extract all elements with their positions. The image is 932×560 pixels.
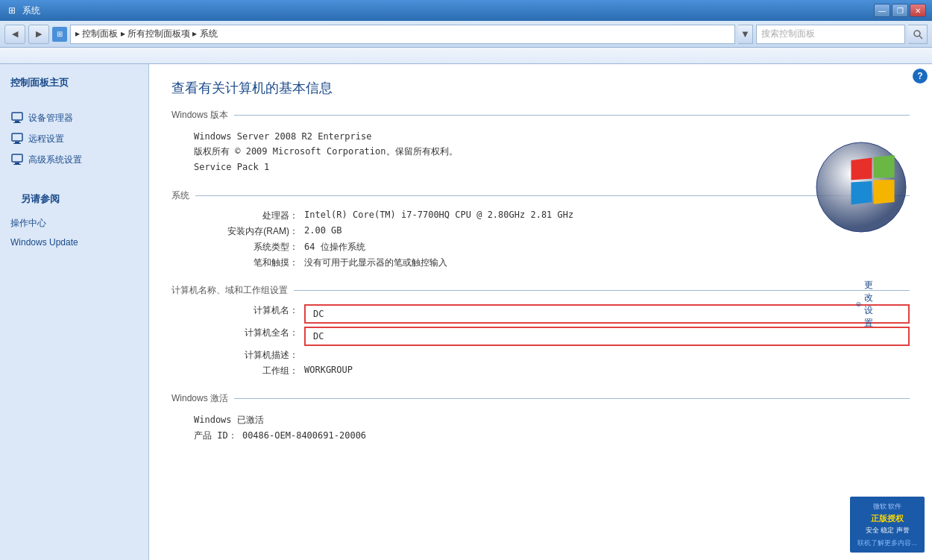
- address-input[interactable]: ▸ 控制面板 ▸ 所有控制面板项 ▸ 系统: [70, 25, 735, 44]
- activation-header: Windows 激活: [171, 392, 910, 405]
- action-center-label: 操作中心: [10, 217, 46, 230]
- device-manager-label: 设备管理器: [28, 112, 73, 125]
- computer-fullname-value: DC: [304, 327, 910, 346]
- svg-point-0: [914, 31, 920, 37]
- computer-fullname-label: 计算机全名：: [194, 327, 298, 346]
- service-pack: Service Pack 1: [194, 160, 910, 174]
- back-button[interactable]: ◀: [4, 25, 25, 44]
- page-title: 查看有关计算机的基本信息: [171, 79, 910, 97]
- copyright-text: 版权所有 © 2009 Microsoft Corporation。保留所有权利…: [194, 144, 910, 159]
- activated-text: Windows 已激活: [194, 412, 910, 427]
- sidebar-action-center[interactable]: 操作中心: [10, 213, 138, 233]
- windows-version-label: Windows 版本: [171, 109, 228, 122]
- workgroup-value: WORKGROUP: [304, 365, 910, 377]
- advanced-settings-label: 高级系统设置: [28, 154, 82, 166]
- workgroup-label: 工作组：: [194, 365, 298, 377]
- ram-label: 安装内存(RAM)：: [194, 225, 298, 238]
- svg-rect-7: [13, 143, 21, 144]
- change-settings-icon: [856, 298, 861, 310]
- pen-touch-label: 笔和触摸：: [194, 257, 298, 269]
- windows-version-info: Windows Server 2008 R2 Enterprise 版权所有 ©…: [171, 129, 910, 174]
- section-divider-computer: [294, 290, 910, 291]
- search-icon: [913, 29, 923, 40]
- title-bar: ⊞ 系统 — ❐ ✕: [0, 0, 932, 21]
- sidebar-item-remote-settings[interactable]: 远程设置: [0, 128, 148, 149]
- badge-title: 正版授权: [857, 512, 917, 526]
- search-button[interactable]: [908, 25, 928, 44]
- system-label: 系统: [171, 189, 189, 202]
- badge-subtitle: 安全 稳定 声誉: [857, 525, 917, 535]
- svg-rect-6: [15, 142, 19, 143]
- computer-name-grid: 计算机名： DC 计算机全名： DC 计算机描述： 工作组： WORKGROUP: [171, 304, 910, 377]
- search-input[interactable]: 搜索控制面板: [756, 25, 905, 44]
- computer-name-label: 计算机名：: [194, 304, 298, 324]
- genuine-badge: 微软 软件 正版授权 安全 稳定 声誉 联机了解更多内容...: [850, 497, 925, 553]
- close-button[interactable]: ✕: [910, 4, 926, 17]
- system-section: 系统 处理器： Intel(R) Core(TM) i7-7700HQ CPU …: [171, 189, 910, 269]
- system-type-label: 系统类型：: [194, 241, 298, 254]
- sidebar: 控制面板主页 设备管理器 远程设置: [0, 64, 149, 560]
- product-id: 产品 ID： 00486-OEM-8400691-20006: [194, 428, 910, 443]
- system-type-value: 64 位操作系统: [304, 241, 910, 254]
- activation-section: Windows 激活 Windows 已激活 产品 ID： 00486-OEM-…: [171, 392, 910, 443]
- activation-info: Windows 已激活 产品 ID： 00486-OEM-8400691-200…: [171, 412, 910, 443]
- device-manager-icon: [10, 111, 24, 125]
- product-id-value: 00486-OEM-8400691-20006: [242, 430, 366, 441]
- activation-label: Windows 激活: [171, 392, 228, 405]
- remote-settings-label: 远程设置: [28, 133, 64, 145]
- section-divider-activation: [234, 398, 910, 399]
- address-dropdown-button[interactable]: ▼: [738, 25, 753, 44]
- forward-button[interactable]: ▶: [28, 25, 49, 44]
- svg-rect-3: [15, 121, 19, 122]
- svg-rect-10: [13, 164, 21, 165]
- windows-version-header: Windows 版本: [171, 109, 910, 122]
- computer-desc-value: [304, 349, 910, 362]
- svg-rect-4: [13, 122, 21, 123]
- svg-rect-8: [12, 154, 22, 162]
- help-button[interactable]: ?: [913, 69, 928, 84]
- processor-label: 处理器：: [194, 210, 298, 222]
- svg-rect-9: [15, 163, 19, 164]
- window-icon: ⊞: [6, 4, 18, 16]
- toolbar: [0, 48, 932, 64]
- sidebar-home-link[interactable]: 控制面板主页: [0, 76, 148, 97]
- address-bar: ◀ ▶ ⊞ ▸ 控制面板 ▸ 所有控制面板项 ▸ 系统 ▼ 搜索控制面板: [0, 21, 932, 48]
- os-name: Windows Server 2008 R2 Enterprise: [194, 129, 910, 144]
- also-see-title: 另请参阅: [10, 192, 138, 213]
- remote-settings-icon: [10, 132, 24, 145]
- svg-rect-5: [12, 133, 22, 141]
- svg-line-1: [919, 36, 922, 39]
- section-divider: [234, 115, 910, 116]
- location-icon: ⊞: [52, 27, 67, 42]
- change-settings-label: 更改设置: [864, 279, 880, 330]
- computer-name-row: 计算机名： DC 计算机全名： DC 计算机描述： 工作组： WORKGROUP: [171, 304, 910, 377]
- product-id-label: 产品 ID：: [194, 430, 237, 441]
- section-divider-system: [195, 195, 910, 196]
- sidebar-windows-update[interactable]: Windows Update: [10, 233, 138, 251]
- system-info-grid: 处理器： Intel(R) Core(TM) i7-7700HQ CPU @ 2…: [171, 210, 910, 269]
- badge-link[interactable]: 联机了解更多内容...: [857, 538, 917, 548]
- windows-logo: [813, 139, 910, 236]
- windows-version-section: Windows 版本 Windows Server 2008 R2 Enterp…: [171, 109, 910, 174]
- computer-desc-label: 计算机描述：: [194, 349, 298, 362]
- content-area: ?: [149, 64, 932, 560]
- badge-brand: 微软 软件: [857, 501, 917, 512]
- main-layout: 控制面板主页 设备管理器 远程设置: [0, 64, 932, 560]
- window-title: 系统: [22, 4, 869, 17]
- sidebar-item-advanced-settings[interactable]: 高级系统设置: [0, 149, 148, 170]
- change-settings-button[interactable]: 更改设置: [856, 279, 880, 330]
- svg-rect-2: [12, 113, 22, 120]
- sidebar-item-device-manager[interactable]: 设备管理器: [0, 107, 148, 128]
- restore-button[interactable]: ❐: [892, 4, 908, 17]
- minimize-button[interactable]: —: [874, 4, 890, 17]
- system-header: 系统: [171, 189, 910, 202]
- advanced-settings-icon: [10, 153, 24, 166]
- computer-name-value: DC: [304, 304, 910, 324]
- svg-point-13: [858, 303, 860, 305]
- pen-touch-value: 没有可用于此显示器的笔或触控输入: [304, 257, 910, 269]
- window-controls: — ❐ ✕: [874, 4, 926, 17]
- windows-update-label: Windows Update: [10, 237, 78, 248]
- computer-name-section: 计算机名称、域和工作组设置 计算机名： DC 计算机全名： DC 计算机描述： …: [171, 284, 910, 377]
- computer-name-header: 计算机名称、域和工作组设置: [171, 284, 910, 297]
- computer-domain-label: 计算机名称、域和工作组设置: [171, 284, 288, 297]
